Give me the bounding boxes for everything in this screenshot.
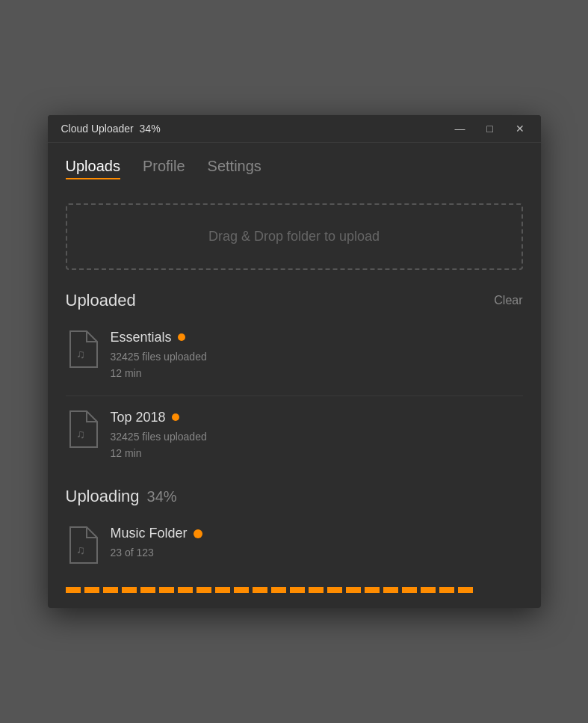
clear-button[interactable]: Clear [494, 294, 522, 307]
progress-dash [215, 587, 230, 593]
close-button[interactable]: ✕ [513, 123, 527, 135]
file-icon: ♫ [66, 410, 99, 449]
progress-dash [439, 587, 454, 593]
uploaded-item-name: Essentials [111, 330, 172, 345]
uploading-item-progress: 23 of 123 [111, 544, 523, 561]
maximize-button[interactable]: □ [483, 123, 498, 135]
window-controls: — □ ✕ [453, 123, 527, 135]
uploading-item-info: Music Folder 23 of 123 [111, 526, 523, 561]
uploaded-item-info: Top 2018 32425 files uploaded 12 min [111, 410, 523, 462]
progress-bar [66, 587, 523, 593]
svg-text:♫: ♫ [76, 428, 85, 440]
progress-dash [290, 587, 305, 593]
progress-dash [234, 587, 249, 593]
progress-dash [253, 587, 267, 593]
uploading-item-name: Music Folder [111, 526, 188, 541]
uploaded-item-name-row: Essentials [111, 330, 523, 345]
drop-zone-text: Drag & Drop folder to upload [208, 229, 380, 244]
tab-profile[interactable]: Profile [143, 158, 185, 179]
nav-tabs: Uploads Profile Settings [48, 143, 541, 188]
app-progress-text: 34% [140, 123, 161, 135]
minimize-button[interactable]: — [453, 123, 468, 135]
progress-dash [271, 587, 286, 593]
progress-dash [103, 587, 118, 593]
progress-dash [122, 587, 137, 593]
progress-dash [383, 587, 398, 593]
tab-uploads[interactable]: Uploads [66, 158, 120, 179]
uploading-title: Uploading [66, 487, 140, 506]
progress-dash [196, 587, 211, 593]
progress-dash [458, 587, 473, 593]
tab-settings[interactable]: Settings [208, 158, 261, 179]
uploaded-item-time: 12 min [111, 365, 523, 381]
uploaded-section-header: Uploaded Clear [66, 291, 523, 310]
uploaded-title: Uploaded [66, 291, 136, 310]
content-area: Drag & Drop folder to upload Uploaded Cl… [48, 188, 541, 609]
status-dot-complete [178, 333, 185, 341]
progress-dash [140, 587, 155, 593]
uploaded-item-time: 12 min [111, 445, 523, 461]
app-window: Cloud Uploader 34% — □ ✕ Uploads Profile… [48, 115, 541, 609]
uploaded-item: ♫ Essentials 32425 files uploaded 12 min [66, 322, 523, 390]
progress-dash [421, 587, 436, 593]
uploading-section: Uploading 34% ♫ Music Folder [66, 487, 523, 572]
progress-dash [159, 587, 174, 593]
file-icon: ♫ [66, 330, 99, 369]
app-title-text: Cloud Uploader [61, 123, 134, 135]
status-dot-complete [172, 413, 179, 421]
uploaded-item: ♫ Top 2018 32425 files uploaded 12 min [66, 402, 523, 470]
uploaded-item-name: Top 2018 [111, 410, 166, 425]
uploading-percent: 34% [147, 488, 177, 505]
svg-text:♫: ♫ [76, 348, 85, 360]
uploading-item-name-row: Music Folder [111, 526, 523, 541]
uploading-item: ♫ Music Folder 23 of 123 [66, 518, 523, 572]
app-title: Cloud Uploader 34% [61, 123, 161, 135]
uploading-section-header: Uploading 34% [66, 487, 523, 506]
progress-dash [66, 587, 81, 593]
progress-dash [346, 587, 361, 593]
uploaded-item-info: Essentials 32425 files uploaded 12 min [111, 330, 523, 382]
uploaded-section: Uploaded Clear ♫ Essentials [66, 291, 523, 470]
progress-dash [365, 587, 380, 593]
uploaded-item-files: 32425 files uploaded [111, 348, 523, 365]
progress-dashes [66, 587, 523, 593]
divider [66, 396, 523, 396]
status-dot-uploading [194, 529, 202, 538]
progress-dash [327, 587, 342, 593]
title-bar: Cloud Uploader 34% — □ ✕ [48, 115, 541, 143]
progress-dash [84, 587, 99, 593]
svg-text:♫: ♫ [76, 544, 85, 556]
uploaded-item-files: 32425 files uploaded [111, 428, 523, 445]
progress-dash [178, 587, 193, 593]
title-bar-left: Cloud Uploader 34% [61, 123, 161, 135]
progress-dash [402, 587, 417, 593]
drop-zone[interactable]: Drag & Drop folder to upload [66, 203, 523, 270]
uploaded-item-name-row: Top 2018 [111, 410, 523, 425]
progress-dash [309, 587, 324, 593]
file-icon: ♫ [66, 526, 99, 564]
